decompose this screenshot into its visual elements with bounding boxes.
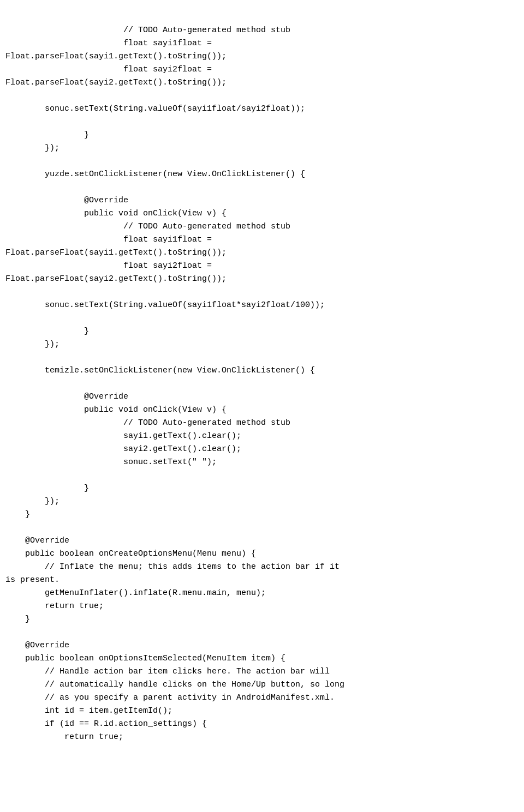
code-line: // Handle action bar item clicks here. T… bbox=[5, 665, 519, 678]
code-line: sonuc.setText(String.valueOf(sayi1float/… bbox=[5, 103, 519, 116]
code-line: } bbox=[5, 129, 519, 142]
code-line: // as you specify a parent activity in A… bbox=[5, 691, 519, 705]
code-line: // TODO Auto-generated method stub bbox=[5, 220, 519, 233]
code-line: temizle.setOnClickListener(new View.OnCl… bbox=[5, 364, 519, 377]
code-line: // TODO Auto-generated method stub bbox=[5, 24, 519, 37]
code-line: @Override bbox=[5, 194, 519, 207]
code-line: sonuc.setText(String.valueOf(sayi1float*… bbox=[5, 299, 519, 312]
code-line: @Override bbox=[5, 639, 519, 652]
code-line: } bbox=[5, 508, 519, 521]
code-line: float sayi2float = bbox=[5, 63, 519, 76]
code-line: Float.parseFloat(sayi2.getText().toStrin… bbox=[5, 273, 519, 286]
code-line: public void onClick(View v) { bbox=[5, 207, 519, 220]
code-line: int id = item.getItemId(); bbox=[5, 705, 519, 718]
code-line: public boolean onOptionsItemSelected(Men… bbox=[5, 652, 519, 665]
code-line bbox=[5, 312, 519, 325]
code-line bbox=[5, 181, 519, 194]
code-line: float sayi1float = bbox=[5, 37, 519, 50]
code-line: float sayi1float = bbox=[5, 233, 519, 246]
code-line: @Override bbox=[5, 534, 519, 548]
code-editor: // TODO Auto-generated method stub float… bbox=[0, 0, 524, 755]
code-line bbox=[5, 155, 519, 168]
code-line: float sayi2float = bbox=[5, 260, 519, 273]
code-line: @Override bbox=[5, 390, 519, 404]
code-line: return true; bbox=[5, 731, 519, 744]
code-line: public void onClick(View v) { bbox=[5, 404, 519, 417]
code-line: }); bbox=[5, 495, 519, 508]
code-line bbox=[5, 351, 519, 364]
code-line: // automatically handle clicks on the Ho… bbox=[5, 678, 519, 691]
code-line: yuzde.setOnClickListener(new View.OnClic… bbox=[5, 168, 519, 181]
code-line: // TODO Auto-generated method stub bbox=[5, 417, 519, 430]
code-line bbox=[5, 286, 519, 299]
code-line bbox=[5, 116, 519, 129]
code-line: Float.parseFloat(sayi1.getText().toStrin… bbox=[5, 246, 519, 260]
code-line: } bbox=[5, 482, 519, 495]
code-line: public boolean onCreateOptionsMenu(Menu … bbox=[5, 548, 519, 561]
code-line: }); bbox=[5, 142, 519, 155]
code-line: // Inflate the menu; this adds items to … bbox=[5, 561, 519, 574]
code-line bbox=[5, 377, 519, 390]
code-line: is present. bbox=[5, 574, 519, 587]
code-line: if (id == R.id.action_settings) { bbox=[5, 718, 519, 731]
code-line: } bbox=[5, 613, 519, 626]
code-line bbox=[5, 89, 519, 103]
code-line: }); bbox=[5, 338, 519, 351]
code-line bbox=[5, 626, 519, 639]
code-line: getMenuInflater().inflate(R.menu.main, m… bbox=[5, 587, 519, 600]
code-line: sonuc.setText(" "); bbox=[5, 456, 519, 469]
code-line: sayi1.getText().clear(); bbox=[5, 430, 519, 443]
code-line: sayi2.getText().clear(); bbox=[5, 443, 519, 456]
code-line bbox=[5, 469, 519, 482]
code-line: return true; bbox=[5, 600, 519, 613]
code-line: Float.parseFloat(sayi1.getText().toStrin… bbox=[5, 50, 519, 63]
code-line: Float.parseFloat(sayi2.getText().toStrin… bbox=[5, 76, 519, 89]
code-line: } bbox=[5, 325, 519, 338]
code-line bbox=[5, 521, 519, 534]
